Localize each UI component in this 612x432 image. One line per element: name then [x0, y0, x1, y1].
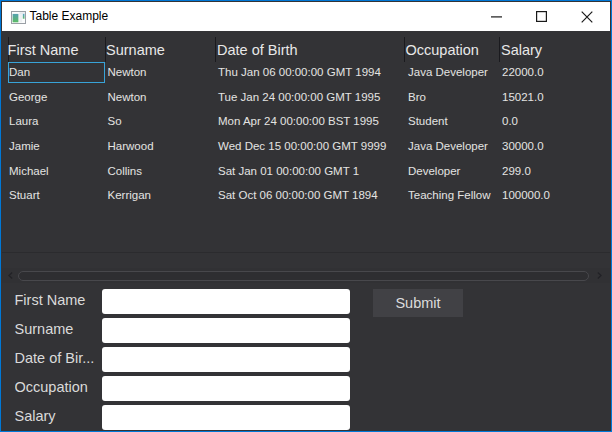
minimize-icon	[491, 16, 502, 18]
app-window: Table Example First Name Surname Date of…	[0, 0, 612, 432]
cell-surname[interactable]: Newton	[108, 85, 147, 110]
cell-occupation[interactable]: Teaching Fellow	[408, 183, 490, 208]
cell-occupation[interactable]: Java Developer	[408, 60, 488, 85]
cell-first-name[interactable]: Michael	[9, 159, 49, 184]
cell-date-of-birth[interactable]: Sat Oct 06 00:00:00 GMT 1894	[218, 183, 378, 208]
column-header-first-name[interactable]: First Name	[8, 42, 79, 58]
cell-date-of-birth[interactable]: Sat Jan 01 00:00:00 GMT 1	[218, 159, 359, 184]
cell-surname[interactable]: Collins	[108, 159, 143, 184]
cell-date-of-birth[interactable]: Mon Apr 24 00:00:00 BST 1995	[218, 109, 379, 134]
cell-date-of-birth[interactable]: Tue Jan 24 00:00:00 GMT 1995	[218, 85, 380, 110]
column-header-date-of-birth[interactable]: Date of Birth	[217, 42, 298, 58]
column-header-salary[interactable]: Salary	[501, 42, 542, 58]
column-separator	[215, 37, 216, 62]
table-row[interactable]: Laura So Mon Apr 24 00:00:00 BST 1995 St…	[2, 109, 610, 134]
table-row[interactable]: Jamie Harwood Wed Dec 15 00:00:00 GMT 99…	[2, 134, 610, 159]
cell-salary[interactable]: 299.0	[502, 159, 531, 184]
horizontal-scrollbar[interactable]	[2, 268, 610, 283]
scroll-right-button[interactable]	[592, 268, 606, 283]
cell-salary[interactable]: 100000.0	[502, 183, 550, 208]
cell-first-name[interactable]: Stuart	[9, 183, 40, 208]
first-name-input[interactable]	[102, 289, 350, 314]
form-label-occupation: Occupation	[15, 375, 99, 400]
cell-first-name[interactable]: Laura	[9, 109, 38, 134]
window-title: Table Example	[30, 2, 109, 31]
table-row[interactable]: George Newton Tue Jan 24 00:00:00 GMT 19…	[2, 85, 610, 110]
cell-first-name[interactable]: Jamie	[9, 134, 40, 159]
maximize-button[interactable]	[519, 2, 564, 31]
scrollbar-thumb[interactable]	[18, 271, 589, 281]
column-header-surname[interactable]: Surname	[106, 42, 165, 58]
form-label-salary: Salary	[15, 404, 99, 429]
cell-salary[interactable]: 22000.0	[502, 60, 544, 85]
cell-first-name[interactable]: George	[9, 85, 47, 110]
cell-salary[interactable]: 30000.0	[502, 134, 544, 159]
scroll-left-button[interactable]	[3, 268, 17, 283]
cell-salary[interactable]: 0.0	[502, 109, 518, 134]
chevron-right-icon	[597, 272, 602, 279]
form-label-surname: Surname	[15, 317, 99, 342]
table-row[interactable]: Dan Newton Thu Jan 06 00:00:00 GMT 1994 …	[2, 60, 610, 85]
cell-occupation[interactable]: Java Developer	[408, 134, 488, 159]
cell-occupation[interactable]: Bro	[408, 85, 426, 110]
column-separator	[499, 37, 500, 62]
occupation-input[interactable]	[102, 376, 350, 401]
maximize-icon	[536, 11, 547, 22]
cell-date-of-birth[interactable]: Wed Dec 15 00:00:00 GMT 9999	[218, 134, 386, 159]
close-icon	[581, 11, 593, 23]
form-label-date-of-birth: Date of Bir...	[15, 346, 99, 371]
table-bottom-border	[2, 252, 610, 253]
table-row[interactable]: Michael Collins Sat Jan 01 00:00:00 GMT …	[2, 159, 610, 184]
cell-date-of-birth[interactable]: Thu Jan 06 00:00:00 GMT 1994	[218, 60, 381, 85]
surname-input[interactable]	[102, 318, 350, 343]
column-header-occupation[interactable]: Occupation	[406, 42, 479, 58]
window-content: First Name Surname Date of Birth Occupat…	[2, 31, 610, 430]
cell-first-name[interactable]: Dan	[9, 60, 30, 85]
table-header-row: First Name Surname Date of Birth Occupat…	[2, 31, 610, 62]
cell-surname[interactable]: So	[108, 109, 122, 134]
cell-salary[interactable]: 15021.0	[502, 85, 544, 110]
cell-occupation[interactable]: Student	[408, 109, 448, 134]
table-row[interactable]: Stuart Kerrigan Sat Oct 06 00:00:00 GMT …	[2, 183, 610, 208]
minimize-button[interactable]	[474, 2, 519, 31]
cell-surname[interactable]: Newton	[108, 60, 147, 85]
title-bar: Table Example	[2, 2, 610, 31]
cell-surname[interactable]: Kerrigan	[108, 183, 151, 208]
cell-occupation[interactable]: Developer	[408, 159, 460, 184]
cell-surname[interactable]: Harwood	[108, 134, 154, 159]
form-label-first-name: First Name	[15, 288, 99, 313]
date-of-birth-input[interactable]	[102, 347, 350, 372]
application-icon[interactable]	[11, 10, 26, 23]
submit-button[interactable]: Submit	[373, 289, 463, 317]
close-button[interactable]	[564, 2, 609, 31]
salary-input[interactable]	[102, 405, 350, 430]
chevron-left-icon	[8, 272, 13, 279]
